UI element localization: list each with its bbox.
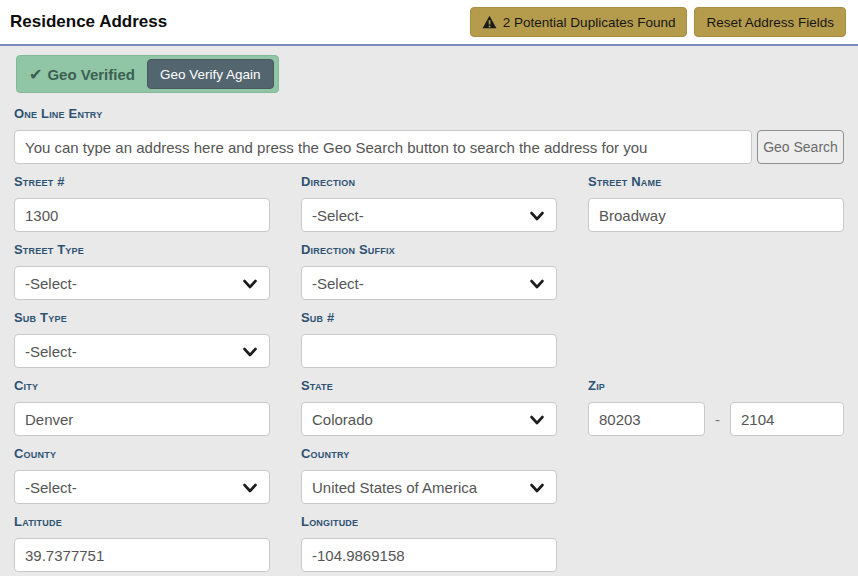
- county-label: County: [14, 446, 270, 462]
- latitude-field: Latitude: [14, 514, 270, 572]
- sub-type-select[interactable]: -Select-: [14, 334, 270, 368]
- direction-suffix-label: Direction Suffix: [301, 242, 557, 258]
- zip-label: Zip: [588, 378, 844, 394]
- residence-address-form: ✔ Geo Verified Geo Verify Again One Line…: [0, 46, 858, 572]
- geo-verified-label: Geo Verified: [47, 66, 135, 83]
- street-number-input[interactable]: [14, 198, 270, 232]
- lat-long-row: Latitude Longitude: [14, 514, 844, 572]
- zip-field: Zip -: [588, 378, 844, 436]
- direction-selected-value: -Select-: [312, 207, 364, 224]
- geo-verified-badge: ✔ Geo Verified Geo Verify Again: [16, 55, 279, 93]
- street-row: Street # Direction -Select- Street Name: [14, 174, 844, 232]
- state-selected-value: Colorado: [312, 411, 373, 428]
- city-field: City: [14, 378, 270, 436]
- sub-type-field: Sub Type -Select-: [14, 310, 270, 368]
- longitude-input[interactable]: [301, 538, 557, 572]
- reset-address-fields-button[interactable]: Reset Address Fields: [694, 7, 846, 37]
- zip-code-input[interactable]: [588, 402, 705, 436]
- direction-suffix-field: Direction Suffix -Select-: [301, 242, 557, 300]
- geo-verify-again-button[interactable]: Geo Verify Again: [147, 59, 274, 89]
- longitude-field: Longitude: [301, 514, 557, 572]
- sub-number-label: Sub #: [301, 310, 557, 326]
- longitude-label: Longitude: [301, 514, 557, 530]
- chevron-down-icon: [529, 480, 545, 499]
- county-country-row: County -Select- Country United States of…: [14, 446, 844, 504]
- direction-suffix-select[interactable]: -Select-: [301, 266, 557, 300]
- header-buttons: 2 Potential Duplicates Found Reset Addre…: [470, 7, 846, 37]
- sub-number-input[interactable]: [301, 334, 557, 368]
- street-type-field: Street Type -Select-: [14, 242, 270, 300]
- chevron-down-icon: [242, 480, 258, 499]
- one-line-entry-row: One Line Entry Geo Search: [14, 106, 844, 164]
- chevron-down-icon: [242, 276, 258, 295]
- direction-field: Direction -Select-: [301, 174, 557, 232]
- street-type-row: Street Type -Select- Direction Suffix -S…: [14, 242, 844, 300]
- chevron-down-icon: [529, 208, 545, 227]
- country-selected-value: United States of America: [312, 479, 477, 496]
- chevron-down-icon: [242, 344, 258, 363]
- state-label: State: [301, 378, 557, 394]
- direction-suffix-selected-value: -Select-: [312, 275, 364, 292]
- page-title: Residence Address: [10, 12, 167, 32]
- street-name-input[interactable]: [588, 198, 844, 232]
- latitude-label: Latitude: [14, 514, 270, 530]
- street-type-select[interactable]: -Select-: [14, 266, 270, 300]
- page-header: Residence Address 2 Potential Duplicates…: [0, 0, 858, 46]
- country-field: Country United States of America: [301, 446, 557, 504]
- zip-plus4-input[interactable]: [730, 402, 844, 436]
- potential-duplicates-button[interactable]: 2 Potential Duplicates Found: [470, 7, 688, 37]
- one-line-entry-label: One Line Entry: [14, 106, 844, 122]
- sub-row: Sub Type -Select- Sub #: [14, 310, 844, 368]
- county-field: County -Select-: [14, 446, 270, 504]
- checkmark-icon: ✔: [29, 65, 42, 84]
- chevron-down-icon: [529, 276, 545, 295]
- sub-number-field: Sub #: [301, 310, 557, 368]
- reset-address-fields-label: Reset Address Fields: [706, 15, 834, 30]
- street-number-field: Street #: [14, 174, 270, 232]
- county-select[interactable]: -Select-: [14, 470, 270, 504]
- chevron-down-icon: [529, 412, 545, 431]
- county-selected-value: -Select-: [25, 479, 77, 496]
- street-type-label: Street Type: [14, 242, 270, 258]
- country-label: Country: [301, 446, 557, 462]
- warning-icon: [482, 15, 497, 29]
- street-number-label: Street #: [14, 174, 270, 190]
- city-state-zip-row: City State Colorado Zip -: [14, 378, 844, 436]
- city-input[interactable]: [14, 402, 270, 436]
- street-name-field: Street Name: [588, 174, 844, 232]
- street-type-selected-value: -Select-: [25, 275, 77, 292]
- geo-verified-status: ✔ Geo Verified: [29, 65, 135, 84]
- city-label: City: [14, 378, 270, 394]
- country-select[interactable]: United States of America: [301, 470, 557, 504]
- zip-separator: -: [705, 411, 730, 428]
- sub-type-label: Sub Type: [14, 310, 270, 326]
- state-select[interactable]: Colorado: [301, 402, 557, 436]
- sub-type-selected-value: -Select-: [25, 343, 77, 360]
- geo-search-button[interactable]: Geo Search: [757, 130, 844, 164]
- direction-label: Direction: [301, 174, 557, 190]
- street-name-label: Street Name: [588, 174, 844, 190]
- direction-select[interactable]: -Select-: [301, 198, 557, 232]
- state-field: State Colorado: [301, 378, 557, 436]
- latitude-input[interactable]: [14, 538, 270, 572]
- potential-duplicates-label: 2 Potential Duplicates Found: [503, 15, 676, 30]
- one-line-entry-input[interactable]: [14, 130, 752, 164]
